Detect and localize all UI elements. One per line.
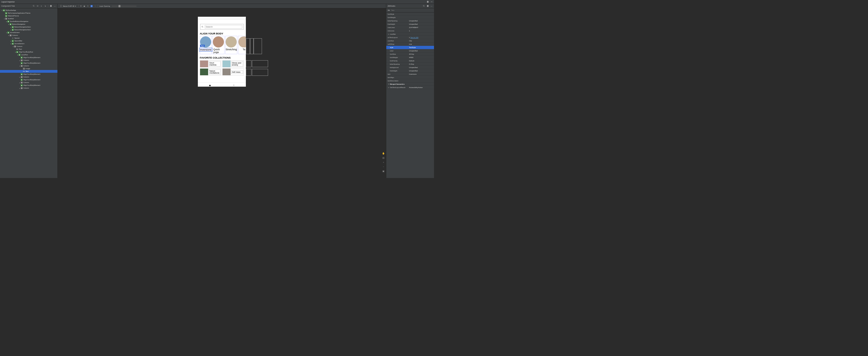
collapse-icon[interactable]: ≡	[40, 5, 42, 7]
tree-label: AlignYourBodyElement	[23, 84, 40, 86]
tree-row[interactable]: ▸▥Column	[0, 87, 57, 89]
expand-arrow[interactable]: ▸	[388, 86, 389, 88]
canvas-toolbar: Nexus 5 API 30 ▾ ▣ ⎘ ⟳ ↻ Layer Spacing:	[58, 4, 386, 8]
tree-row[interactable]: ▸▥Column	[0, 81, 57, 84]
zoom-fit-icon[interactable]: ▣	[382, 170, 385, 173]
attr-row[interactable]: fontWeightW500	[386, 56, 434, 59]
tree-row[interactable]: ◉AlignYourBodyElement	[0, 56, 57, 59]
attr-row[interactable]: fontFamilyDefault	[386, 59, 434, 62]
tree-row[interactable]: ◉AlignYourBodyElement	[0, 78, 57, 81]
tree-row[interactable]: ▾▥Scaffold	[0, 17, 57, 20]
attrs-header: Attributes —	[386, 4, 434, 8]
attr-value: Default	[409, 60, 433, 62]
ayb-label: Stretching	[225, 48, 238, 51]
attr-row[interactable]: ▾styleTextStyle	[386, 46, 434, 49]
tree-label: HomeSection	[14, 43, 24, 44]
tree-label: MyComposeApplicationTheme	[8, 12, 31, 14]
canvas[interactable]: ALIGN YOUR BODY Inversions Quick yoga St…	[58, 8, 386, 178]
attr-key: textAlign	[388, 77, 409, 78]
tree-row[interactable]: ▸◉SearchBar	[0, 39, 57, 42]
gear-icon[interactable]	[50, 5, 52, 7]
attr-row[interactable]: softWraptrue	[386, 42, 434, 46]
tree-row[interactable]: AbText	[0, 48, 57, 51]
pan-icon[interactable]: ✋	[382, 152, 385, 155]
tree-row[interactable]: ▾◉LazyRow	[0, 53, 57, 56]
attr-row[interactable]: letterSpacing0.15sp	[386, 62, 434, 66]
search-icon[interactable]	[32, 5, 35, 7]
refresh-icon[interactable]: ↻	[94, 5, 96, 7]
attr-row[interactable]: fontWeight	[386, 16, 434, 19]
minimize-icon[interactable]: —	[430, 5, 433, 7]
attr-row[interactable]: fontStyle	[386, 12, 434, 16]
tree-row[interactable]: ◉AlignYourBodyElement	[0, 73, 57, 76]
tree-row[interactable]: ▾◉HomeSection	[0, 42, 57, 45]
minimize-icon[interactable]	[430, 1, 433, 3]
filter-icon[interactable]: ⇅	[44, 5, 46, 7]
attr-row[interactable]: letterSpacingUnspecified	[386, 19, 434, 23]
attr-row[interactable]: textInversions	[386, 72, 434, 76]
divider	[48, 5, 48, 7]
attributes-list[interactable]: fontStylefontWeightletterSpacingUnspecif…	[386, 12, 434, 178]
device-selector[interactable]: Nexus 5 API 30 ▾	[59, 5, 77, 7]
attr-row[interactable]: ▸modifier	[386, 32, 434, 36]
tree-row[interactable]: ▾▥Column	[0, 45, 57, 48]
expand-arrow[interactable]: ▸	[388, 33, 389, 35]
tree-row[interactable]: ▾◉MySootheApp	[0, 9, 57, 12]
attr-row[interactable]: lineHeightUnspecified	[386, 23, 434, 26]
attr-row[interactable]: ▸GetTextLayoutResultAccessibilityAction	[386, 86, 434, 89]
zoom-in-icon[interactable]: ＋	[382, 161, 385, 164]
tree-row[interactable]: ▸◉BottomNavigationItem	[0, 28, 57, 31]
visibility-icon[interactable]	[80, 5, 82, 7]
snapshot-icon[interactable]: ▣	[83, 5, 86, 7]
attr-row[interactable]: overflowClip	[386, 39, 434, 42]
attr-value: 0.15sp	[409, 63, 433, 65]
attr-row[interactable]: minLines1	[386, 29, 434, 32]
tree-row[interactable]: ▨Image	[0, 67, 57, 70]
attr-row[interactable]: textDecoration	[386, 79, 434, 83]
tree-row[interactable]: ◉AlignYourBodyElement	[0, 84, 57, 87]
tree-row[interactable]: ▾◉BottomNavigation	[0, 23, 57, 26]
attr-row[interactable]: maxLines2147483647	[386, 26, 434, 29]
expand-arrow[interactable]: ▾	[388, 47, 389, 48]
tree-row[interactable]: ▸▥Column	[0, 59, 57, 62]
tree-row[interactable]: ▾▥Column	[0, 64, 57, 67]
tree-row[interactable]: ◉AlignYourBodyElement	[0, 62, 57, 64]
tree-row[interactable]: ▾◉AlignYourBodyRow	[0, 51, 57, 53]
tree-row[interactable]: ◉MaterialTheme	[0, 14, 57, 17]
component-tree[interactable]: ▾◉MySootheApp◉MyComposeApplicationTheme◉…	[0, 8, 57, 178]
tree-row[interactable]: ▾◉HomeScreen	[0, 31, 57, 34]
tree-row[interactable]: AbText	[0, 70, 57, 73]
layers-icon[interactable]: ▤	[382, 156, 385, 159]
gear-icon[interactable]	[427, 1, 429, 3]
visibility-icon[interactable]	[36, 5, 38, 7]
attr-row[interactable]: onTextLayoutλ Text.kt:109	[386, 36, 434, 39]
tree-row[interactable]: ▸▥Column	[0, 76, 57, 78]
attr-row[interactable]: fontSize20.0sp	[386, 53, 434, 56]
svg-line-13	[424, 6, 425, 7]
attr-row[interactable]: ▾Merged Semantics	[386, 83, 434, 86]
tree-row[interactable]: ▾◉SootheBottomNavigation	[0, 20, 57, 23]
attr-row[interactable]: colorUnspecified	[386, 49, 434, 53]
svg-point-9	[202, 26, 203, 27]
tree-row[interactable]: ▾▥Column	[0, 34, 57, 37]
tree-row[interactable]: ▸◉BottomNavigationItem	[0, 26, 57, 28]
tree-row[interactable]: ⊟Spacer	[0, 37, 57, 39]
svg-point-6	[61, 6, 61, 7]
search-icon[interactable]	[423, 5, 425, 7]
live-updates-icon[interactable]: ⟳	[90, 5, 93, 7]
svg-point-1	[33, 5, 34, 6]
source-link[interactable]: Text.kt:109	[410, 37, 418, 38]
zoom-out-icon[interactable]: －	[382, 165, 385, 168]
comp-icon: ◉	[21, 73, 23, 75]
expand-arrow[interactable]: ▾	[388, 83, 389, 85]
layer-spacing-slider[interactable]	[112, 6, 136, 6]
gear-icon[interactable]	[427, 5, 429, 7]
attr-row[interactable]: lineHeightUnspecified	[386, 69, 434, 72]
divider	[98, 5, 98, 7]
attr-row[interactable]: textAlign	[386, 76, 434, 79]
attr-value: true	[409, 43, 433, 45]
tree-row[interactable]: ◉MyComposeApplicationTheme	[0, 12, 57, 14]
minimize-icon[interactable]: —	[54, 5, 56, 7]
export-icon[interactable]: ⎘	[87, 5, 89, 7]
attr-row[interactable]: backgroundUnspecified	[386, 66, 434, 69]
